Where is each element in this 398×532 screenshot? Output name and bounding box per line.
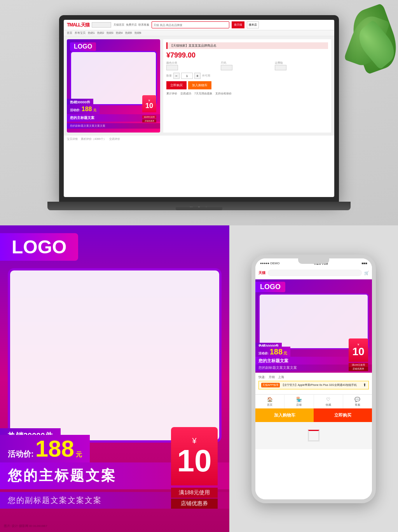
header-link-register[interactable]: 免费开店: [126, 23, 137, 27]
product-title: 【天猫独家】某某某某品牌商品名: [166, 42, 328, 49]
store-nav-home[interactable]: 首页: [67, 31, 72, 35]
qty-plus-button[interactable]: +: [194, 73, 201, 79]
laptop-body: TMALL天猫 天猫首页 免费开店 联系客服 搜天猫 搜本店 首页 所有宝贝 热…: [59, 15, 339, 202]
phone-buy-now-button[interactable]: 立即购买: [314, 408, 372, 422]
store-nav-3[interactable]: 热销3: [106, 31, 113, 35]
tab-store-label: 店铺: [296, 403, 302, 407]
meta-trade: 交易成功: [180, 92, 191, 96]
banner-price-tag-small: 活动价: 188 元: [67, 105, 100, 114]
phone-price-label: 活动价:: [258, 351, 269, 356]
option-insurance[interactable]: 运费险: [275, 61, 328, 70]
promo-text: 【京宁官方】Apple苹果iPhone 6s Plus 32G全网通4G智能手机: [281, 383, 357, 387]
option-size-value[interactable]: [221, 65, 232, 70]
large-price-number: 188: [35, 437, 74, 460]
tab-reviews[interactable]: 交易评价: [109, 137, 120, 141]
tab-detail[interactable]: 宝贝详情: [67, 137, 78, 141]
local-search-button[interactable]: 搜本店: [247, 21, 259, 28]
product-options: 颜色分类 尺码 运费险: [166, 61, 328, 70]
product-area: LOGO 热销30000件 活动价: 188 元 您的主标题文案 您的副标题文案…: [64, 36, 334, 136]
store-name-input[interactable]: [92, 22, 111, 28]
tab-param[interactable]: 累积评价（4399个）: [81, 137, 106, 141]
qty-input[interactable]: [181, 73, 193, 79]
phone-buy-buttons: 加入购物车 立即购买: [255, 408, 372, 422]
meta-return: 7天无理由退换: [194, 92, 212, 96]
option-size-label: 尺码: [221, 61, 274, 65]
phone-notch: [298, 258, 329, 264]
phone-product-banner: LOGO 热销30000件 活动价: 188 元 您的主标题文案 您的副标题文案…: [255, 279, 372, 373]
loading-spinner: [308, 430, 319, 441]
phone-tab-home[interactable]: 🏠 首页: [255, 395, 285, 408]
store-icon: 🏪: [296, 396, 302, 403]
option-color-value[interactable]: [166, 65, 178, 70]
qty-minus-button[interactable]: −: [173, 73, 180, 79]
phone-tab-service[interactable]: 💬 客服: [343, 395, 372, 408]
quantity-row: 数量 − + 件可用: [166, 73, 328, 79]
store-nav-4[interactable]: 热销4: [116, 31, 123, 35]
phone-price-number: 188: [270, 347, 283, 356]
large-price-row: 活动价: 188 元: [0, 435, 90, 463]
tab-home-label: 首页: [267, 403, 272, 407]
store-nav-5[interactable]: 热销5: [125, 31, 132, 35]
option-size[interactable]: 尺码: [221, 61, 274, 70]
home-icon: 🏠: [267, 396, 273, 403]
option-insurance-value[interactable]: [275, 65, 286, 70]
phone-demo-label: ●●●●● DEMO: [260, 262, 279, 265]
store-nav: 首页 所有宝贝 热销1 热销2 热销3 热销4 热销5 热销6: [64, 30, 334, 36]
store-nav-1[interactable]: 热销1: [88, 31, 95, 35]
large-price-label: 活动价:: [8, 449, 34, 459]
large-banner: LOGO 热销30000件 活动价: 188 元 您的主标题文案 您的副标题文案…: [0, 225, 229, 532]
price-number-small: 188: [82, 106, 92, 112]
large-coupon[interactable]: ¥ 10: [171, 427, 218, 485]
phone-app-promo: 天猫APP独享 【京宁官方】Apple苹果iPhone 6s Plus 32G全…: [258, 381, 369, 389]
store-nav-all[interactable]: 所有宝贝: [75, 31, 86, 35]
phone-search-bar[interactable]: [268, 270, 362, 276]
phone-coupon-amount: 10: [352, 346, 364, 357]
search-input[interactable]: [152, 21, 229, 28]
header-link-home[interactable]: 天猫首页: [113, 23, 124, 27]
product-tabs-bar: 宝贝详情 累积评价（4399个） 交易评价: [64, 136, 334, 143]
tmall-logo: TMALL天猫: [67, 22, 89, 28]
phone-coupon[interactable]: ¥ 10: [349, 338, 368, 362]
banner-sub-title-small: 您的副标题文案文案文案文案: [67, 123, 160, 129]
banner-logo-small: LOGO: [70, 42, 96, 51]
phone-cart-icon[interactable]: 🛒: [364, 271, 369, 275]
coupon-use-small: 满188元使用: [142, 115, 156, 119]
coupon-amount-small: 10: [145, 102, 153, 109]
phone-action-tabs: 🏠 首页 🏪 店铺 ♡ 收藏 💬 客服: [255, 394, 372, 408]
meta-review: 累计评价: [166, 92, 177, 96]
laptop-screen: TMALL天猫 天猫首页 免费开店 联系客服 搜天猫 搜本店 首页 所有宝贝 热…: [64, 20, 334, 197]
store-nav-6[interactable]: 热销6: [134, 31, 141, 35]
phone-add-cart-button[interactable]: 加入购物车: [255, 408, 314, 422]
tab-service-label: 客服: [355, 403, 360, 407]
phone-banner-logo: LOGO: [255, 282, 285, 292]
large-coupon-amount: 10: [177, 445, 212, 476]
coupon-tag-small[interactable]: ¥ 10: [142, 95, 156, 112]
phone-price-row: 活动价: 188 元: [255, 347, 290, 357]
option-color-label: 颜色分类: [166, 61, 220, 65]
heart-icon: ♡: [325, 396, 332, 403]
phone-tab-favorite[interactable]: ♡ 收藏: [314, 395, 343, 408]
large-banner-logo: LOGO: [0, 233, 78, 261]
coupon-label-small: 店铺优惠券: [142, 119, 156, 122]
share-icon[interactable]: ⬆: [363, 383, 366, 387]
large-coupon-label: 店铺优惠券: [171, 499, 218, 509]
price-label-small: 活动价:: [70, 108, 80, 112]
buy-buttons: 立即购买 加入购物车: [166, 81, 328, 89]
bottom-section: LOGO 热销30000件 活动价: 188 元 您的主标题文案 您的副标题文案…: [0, 225, 398, 532]
qty-label: 数量: [166, 74, 172, 78]
phone-price-unit: 元: [283, 351, 287, 356]
phone-delivery-row: 快递: 月销 上海: [258, 375, 369, 379]
promo-tag: 天猫APP独享: [261, 383, 280, 387]
store-nav-2[interactable]: 热销2: [97, 31, 104, 35]
search-button[interactable]: 搜天猫: [232, 21, 244, 28]
option-color[interactable]: 颜色分类: [166, 61, 220, 70]
phone-tab-store[interactable]: 🏪 店铺: [285, 395, 314, 408]
buy-now-button[interactable]: 立即购买: [166, 81, 187, 89]
phone-coupon-label: 店铺优惠券: [349, 367, 368, 371]
add-cart-button[interactable]: 加入购物车: [188, 81, 211, 89]
delivery-monthly: 月销: [269, 375, 275, 379]
watermark: 图片: 设计·摄影网 ID:312819B7: [4, 524, 47, 528]
phone-loading: [255, 422, 372, 449]
header-link-contact[interactable]: 联系客服: [138, 23, 149, 27]
option-insurance-label: 运费险: [275, 61, 328, 65]
